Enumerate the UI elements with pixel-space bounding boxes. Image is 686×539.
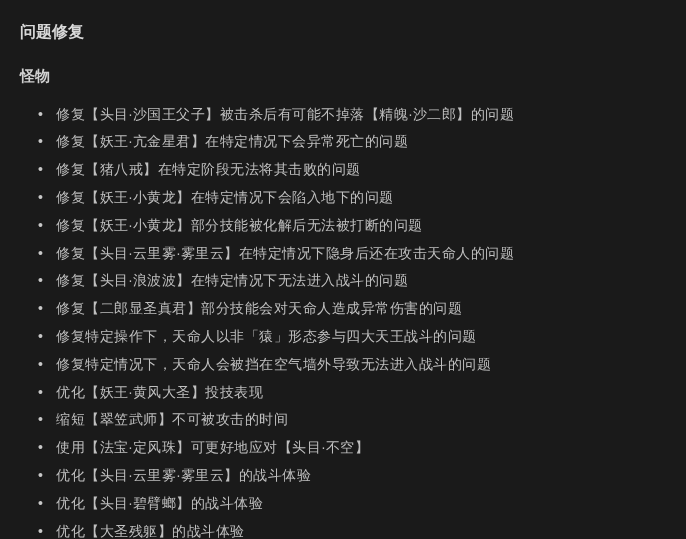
- list-item: 修复【二郎显圣真君】部分技能会对天命人造成异常伤害的问题: [38, 297, 666, 321]
- list-item: 优化【大圣残躯】的战斗体验: [38, 520, 666, 539]
- list-item: 缩短【翠笠武师】不可被攻击的时间: [38, 408, 666, 432]
- list-item: 修复【妖王·小黄龙】在特定情况下会陷入地下的问题: [38, 186, 666, 210]
- section-heading: 怪物: [20, 63, 666, 89]
- list-item: 使用【法宝·定风珠】可更好地应对【头目·不空】: [38, 436, 666, 460]
- list-item: 优化【头目·云里雾·雾里云】的战斗体验: [38, 464, 666, 488]
- list-item: 修复【头目·云里雾·雾里云】在特定情况下隐身后还在攻击天命人的问题: [38, 242, 666, 266]
- list-item: 修复特定情况下，天命人会被挡在空气墙外导致无法进入战斗的问题: [38, 353, 666, 377]
- list-item: 修复特定操作下，天命人以非「猿」形态参与四大天王战斗的问题: [38, 325, 666, 349]
- monsters-list: 修复【头目·沙国王父子】被击杀后有可能不掉落【精魄·沙二郎】的问题 修复【妖王·…: [20, 103, 666, 539]
- list-item: 修复【头目·浪波波】在特定情况下无法进入战斗的问题: [38, 269, 666, 293]
- page-title: 问题修复: [20, 18, 666, 45]
- list-item: 修复【头目·沙国王父子】被击杀后有可能不掉落【精魄·沙二郎】的问题: [38, 103, 666, 127]
- list-item: 修复【妖王·亢金星君】在特定情况下会异常死亡的问题: [38, 130, 666, 154]
- section-monsters: 怪物 修复【头目·沙国王父子】被击杀后有可能不掉落【精魄·沙二郎】的问题 修复【…: [20, 63, 666, 539]
- list-item: 优化【头目·碧臂螂】的战斗体验: [38, 492, 666, 516]
- list-item: 修复【妖王·小黄龙】部分技能被化解后无法被打断的问题: [38, 214, 666, 238]
- list-item: 优化【妖王·黄风大圣】投技表现: [38, 381, 666, 405]
- list-item: 修复【猪八戒】在特定阶段无法将其击败的问题: [38, 158, 666, 182]
